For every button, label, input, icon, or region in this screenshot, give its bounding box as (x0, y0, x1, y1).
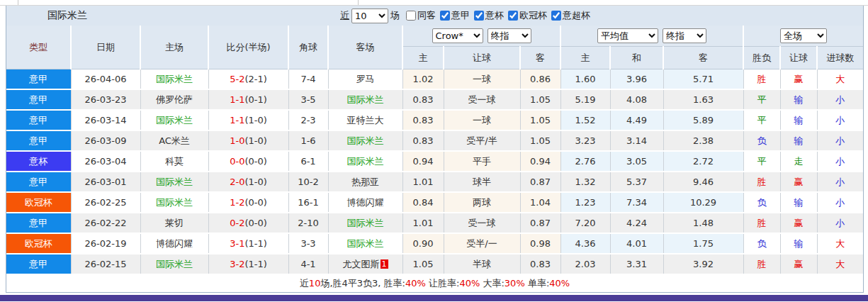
away-team-cell: 国际米兰 (328, 233, 402, 254)
summary-row: 近10场,胜4平3负3, 胜率:40% 让胜率:40% 大率:30% 单率:40… (6, 274, 863, 292)
col-header-book-away: 客 (520, 47, 560, 69)
halftime-score: (1-1) (244, 259, 266, 269)
avg-home: 1.32 (560, 172, 610, 192)
home-team-cell: 科莫 (140, 151, 208, 172)
filter-checkbox[interactable] (551, 11, 561, 21)
away-team-cell: 亚特兰大 (328, 110, 402, 130)
divider (18, 0, 18, 5)
match-date: 26-02-15 (71, 254, 140, 274)
fulltime-score: 3-1 (230, 238, 244, 249)
unit-label: 场 (390, 9, 400, 22)
team-link[interactable]: 国际米兰 (156, 115, 193, 125)
odds-home: 0.90 (402, 233, 444, 254)
team-link[interactable]: 国际米兰 (156, 197, 193, 208)
match-row: 意甲26-03-09AC米兰1-0(1-0)1-6国际米兰0.83受平/半1.0… (6, 130, 863, 151)
team-link[interactable]: 佛罗伦萨 (156, 94, 193, 105)
halftime-score: (2-1) (244, 74, 266, 84)
bookmaker-select[interactable]: Crow* (432, 28, 483, 43)
filter-checkbox[interactable] (406, 11, 416, 21)
handicap-result: 输 (780, 233, 817, 254)
odds-handicap: 受平/半 (444, 130, 520, 151)
avg-away: 1.63 (663, 89, 743, 110)
league-badge: 意甲 (6, 89, 71, 110)
score-cell: 5-2(2-1) (208, 69, 288, 90)
scope-select[interactable]: 全场 (780, 28, 827, 43)
avg-away: 3.92 (663, 254, 743, 274)
corner-cell: 10-2 (288, 172, 328, 192)
near-link[interactable]: 近 (340, 9, 349, 22)
winloss-result: 平 (743, 89, 780, 110)
winloss-result: 平 (743, 151, 780, 172)
league-badge: 意甲 (6, 172, 71, 192)
home-team-cell: 佛罗伦萨 (140, 89, 208, 110)
goals-result: 小 (817, 151, 863, 172)
average-final-select[interactable]: 终指 (663, 28, 706, 43)
bookmaker-final-select[interactable]: 终指 (487, 28, 531, 43)
team-link[interactable]: 国际米兰 (347, 218, 384, 228)
team-link[interactable]: AC米兰 (159, 135, 190, 146)
avg-home: 7.20 (560, 213, 610, 233)
filter-意超杯[interactable]: 意超杯 (551, 9, 590, 22)
avg-away: 1.75 (663, 233, 743, 254)
filter-欧冠杯[interactable]: 欧冠杯 (508, 9, 547, 22)
goals-result: 小 (817, 89, 863, 110)
avg-draw: 7.34 (610, 192, 663, 213)
team-link[interactable]: 国际米兰 (156, 259, 193, 269)
team-link[interactable]: 国际米兰 (156, 74, 193, 84)
home-team-cell: 国际米兰 (140, 110, 208, 130)
league-badge: 意甲 (6, 254, 71, 274)
col-header-home: 主场 (140, 26, 208, 69)
team-link[interactable]: 科莫 (165, 156, 184, 167)
match-date: 26-03-14 (71, 110, 140, 130)
home-team-cell: 博德闪耀 (140, 233, 208, 254)
odds-handicap: 受半/一 (444, 233, 520, 254)
team-link[interactable]: 国际米兰 (347, 94, 384, 105)
odds-home: 0.83 (402, 130, 444, 151)
filter-controls: 近 10 场 同客意甲意杯欧冠杯意超杯 (340, 6, 590, 26)
handicap-result: 输 (780, 89, 817, 110)
average-select[interactable]: 平均值 (597, 28, 658, 43)
match-row: 意甲26-02-22莱切0-2(0-0)2-10国际米兰1.01受一球0.877… (6, 213, 863, 233)
score-cell: 3-1(1-1) (208, 233, 288, 254)
odds-away: 1.05 (520, 130, 560, 151)
filter-同客[interactable]: 同客 (406, 9, 436, 22)
halftime-score: (1-0) (244, 177, 266, 187)
team-link[interactable]: 国际米兰 (156, 177, 193, 187)
team-link[interactable]: 博德闪耀 (347, 197, 384, 208)
filter-checkbox[interactable] (474, 11, 484, 21)
halftime-score: (1-0) (244, 115, 266, 125)
avg-home: 3.23 (560, 130, 610, 151)
filter-checkbox[interactable] (440, 11, 450, 21)
team-link[interactable]: 莱切 (165, 218, 184, 228)
away-team-cell: 国际米兰 (328, 89, 402, 110)
filter-checkbox[interactable] (508, 11, 518, 21)
away-team-cell: 国际米兰 (328, 151, 402, 172)
filter-意甲[interactable]: 意甲 (440, 9, 470, 22)
odds-away: 0.98 (520, 233, 560, 254)
goals-result: 大 (817, 69, 863, 90)
match-count-select[interactable]: 10 (351, 9, 388, 23)
team-link[interactable]: 尤文图斯1 (343, 259, 388, 269)
odds-away: 0.87 (520, 213, 560, 233)
team-link[interactable]: 罗马 (356, 74, 375, 84)
match-date: 26-04-06 (71, 69, 140, 90)
summary-segment: 单率: (525, 278, 550, 289)
away-team-cell: 国际米兰 (328, 130, 402, 151)
team-link[interactable]: 热那亚 (351, 177, 379, 187)
team-link[interactable]: 博德闪耀 (156, 238, 193, 249)
team-link[interactable]: 国际米兰 (347, 238, 384, 249)
col-header-corner: 角球 (288, 26, 328, 69)
filter-意杯[interactable]: 意杯 (474, 9, 504, 22)
match-date: 26-02-22 (71, 213, 140, 233)
odds-away: 0.83 (520, 254, 560, 274)
halftime-score: (0-1) (244, 94, 266, 105)
team-link[interactable]: 国际米兰 (347, 156, 384, 167)
team-link[interactable]: 国际米兰 (347, 135, 384, 146)
fulltime-score: 1-1 (230, 94, 244, 105)
odds-away: 1.05 (520, 110, 560, 130)
summary-segment: 10 (309, 278, 321, 289)
summary-segment: 场,胜4平3负3, 胜率: (320, 278, 405, 289)
home-team-cell: 国际米兰 (140, 192, 208, 213)
team-link[interactable]: 亚特兰大 (347, 115, 384, 125)
bottom-bar (0, 295, 868, 301)
